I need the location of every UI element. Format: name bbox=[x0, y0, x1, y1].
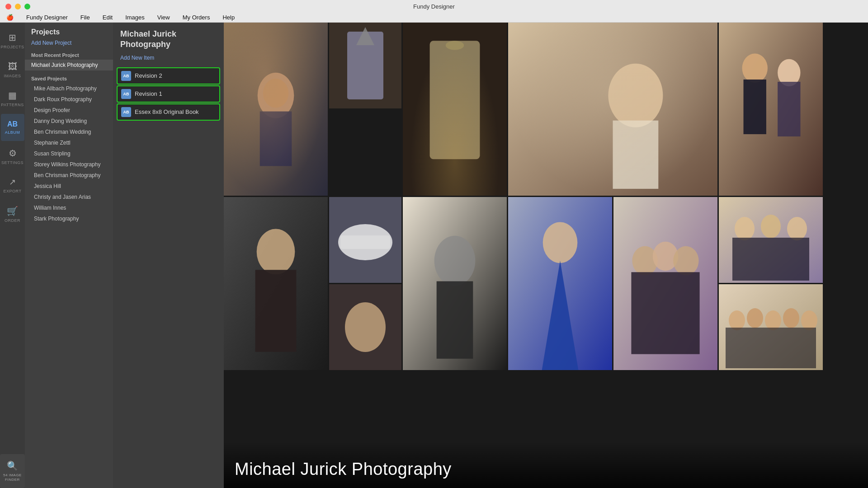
svg-rect-15 bbox=[719, 23, 823, 196]
revision-label-2: Essex 8x8 Original Book bbox=[135, 108, 199, 115]
most-recent-label: Most Recent Project bbox=[25, 51, 113, 60]
revision-item-0[interactable]: AB Revision 2 bbox=[117, 67, 220, 84]
sidebar-item-images[interactable]: 🖼 IMAGES bbox=[1, 56, 24, 83]
sidebar-item-album[interactable]: AB ALBUM bbox=[1, 114, 24, 141]
project-item-11[interactable]: William Innes bbox=[25, 202, 113, 213]
svg-point-22 bbox=[257, 229, 295, 275]
project-item-6[interactable]: Susan Stripling bbox=[25, 148, 113, 159]
sidebar-item-order[interactable]: 🛒 ORDER bbox=[1, 201, 24, 228]
revision-list: AB Revision 2 AB Revision 1 AB Essex 8x8… bbox=[113, 66, 224, 122]
sidebar-item-export[interactable]: ↗ EXPORT bbox=[1, 172, 24, 199]
project-item-8[interactable]: Ben Chrisman Photography bbox=[25, 170, 113, 181]
minimize-button[interactable] bbox=[15, 4, 21, 9]
photo-cell-6[interactable] bbox=[224, 197, 328, 370]
revision-item-2[interactable]: AB Essex 8x8 Original Book bbox=[117, 103, 220, 121]
project-caption-text: Michael Jurick Photography bbox=[235, 460, 857, 479]
project-item-7[interactable]: Storey Wilkins Photography bbox=[25, 159, 113, 170]
detail-panel-title: Michael Jurick Photography bbox=[113, 23, 224, 53]
menu-apple[interactable]: 🍎 bbox=[4, 13, 16, 22]
svg-rect-23 bbox=[255, 270, 297, 352]
svg-point-50 bbox=[801, 310, 817, 330]
sidebar-item-projects[interactable]: ⊞ PROJECTS bbox=[1, 27, 24, 54]
photo-cell-13[interactable] bbox=[719, 284, 823, 370]
project-item-0[interactable]: Mike Allbach Photography bbox=[25, 83, 113, 94]
svg-rect-3 bbox=[260, 112, 292, 166]
photo-cell-3[interactable] bbox=[403, 23, 507, 196]
svg-rect-0 bbox=[224, 23, 328, 196]
project-item-5[interactable]: Stephanie Zettl bbox=[25, 137, 113, 148]
photo-cell-7[interactable] bbox=[329, 197, 401, 283]
svg-point-48 bbox=[765, 310, 781, 330]
svg-point-13 bbox=[608, 64, 663, 127]
add-new-project-button[interactable]: Add New Project bbox=[31, 40, 107, 46]
photo-cell-4[interactable] bbox=[508, 23, 717, 196]
svg-rect-14 bbox=[613, 121, 659, 189]
svg-rect-44 bbox=[732, 238, 809, 281]
images-icon: 🖼 bbox=[8, 61, 17, 72]
svg-point-47 bbox=[747, 308, 763, 328]
projects-icon: ⊞ bbox=[9, 32, 16, 43]
menu-my-orders[interactable]: My Orders bbox=[180, 13, 213, 22]
project-item-3[interactable]: Danny Dong Wedding bbox=[25, 116, 113, 127]
svg-point-46 bbox=[729, 310, 745, 330]
menu-edit[interactable]: Edit bbox=[100, 13, 115, 22]
svg-rect-9 bbox=[430, 41, 480, 159]
menu-images[interactable]: Images bbox=[123, 13, 147, 22]
svg-rect-11 bbox=[508, 23, 717, 196]
revision-icon-0: AB bbox=[121, 71, 131, 81]
project-item-4[interactable]: Ben Chrisman Wedding bbox=[25, 127, 113, 137]
photo-cell-10[interactable] bbox=[508, 197, 612, 370]
add-new-item-button[interactable]: Add New Item bbox=[113, 53, 224, 66]
svg-point-41 bbox=[735, 217, 755, 240]
svg-point-30 bbox=[434, 236, 476, 286]
photo-cell-2[interactable] bbox=[329, 23, 401, 108]
menu-help[interactable]: Help bbox=[220, 13, 237, 22]
main-content-area: Michael Jurick Photography bbox=[224, 23, 868, 488]
export-icon: ↗ bbox=[9, 177, 16, 187]
svg-point-49 bbox=[783, 308, 799, 328]
order-icon: 🛒 bbox=[7, 206, 18, 216]
window-title: Fundy Designer bbox=[413, 3, 455, 10]
svg-point-28 bbox=[345, 302, 386, 352]
menu-view[interactable]: View bbox=[155, 13, 173, 22]
svg-point-4 bbox=[263, 79, 288, 108]
svg-rect-8 bbox=[403, 23, 507, 196]
close-button[interactable] bbox=[5, 4, 11, 9]
detail-panel: Michael Jurick Photography Add New Item … bbox=[113, 23, 224, 488]
revision-icon-2: AB bbox=[121, 107, 131, 117]
sidebar-item-settings[interactable]: ⚙ SETTINGS bbox=[1, 143, 24, 170]
menu-fundy[interactable]: Fundy Designer bbox=[24, 13, 71, 22]
svg-rect-39 bbox=[631, 272, 699, 354]
svg-rect-31 bbox=[437, 281, 473, 358]
most-recent-project-item[interactable]: Michael Jurick Photography bbox=[25, 60, 113, 70]
revision-item-1[interactable]: AB Revision 1 bbox=[117, 85, 220, 103]
maximize-button[interactable] bbox=[24, 4, 30, 9]
album-icon: AB bbox=[7, 120, 18, 128]
svg-rect-17 bbox=[744, 80, 766, 134]
photo-cell-8[interactable] bbox=[329, 284, 401, 370]
icon-sidebar: ⊞ PROJECTS 🖼 IMAGES ▦ PATTERNS AB ALBUM … bbox=[0, 23, 25, 488]
projects-panel: Projects Add New Project Most Recent Pro… bbox=[25, 23, 113, 488]
svg-rect-51 bbox=[726, 328, 816, 368]
photo-cell-9[interactable] bbox=[403, 197, 507, 370]
project-item-2[interactable]: Design Proofer bbox=[25, 105, 113, 116]
app-body: ⊞ PROJECTS 🖼 IMAGES ▦ PATTERNS AB ALBUM … bbox=[0, 23, 868, 488]
photo-cell-11[interactable] bbox=[613, 197, 717, 370]
sidebar-item-patterns[interactable]: ▦ PATTERNS bbox=[1, 85, 24, 112]
project-item-12[interactable]: Stark Photography bbox=[25, 213, 113, 224]
svg-point-33 bbox=[543, 222, 578, 263]
project-item-9[interactable]: Jessica Hill bbox=[25, 181, 113, 192]
project-item-10[interactable]: Christy and Jasen Arias bbox=[25, 192, 113, 202]
svg-rect-1 bbox=[224, 23, 328, 196]
svg-point-2 bbox=[258, 73, 294, 118]
photo-cell-12[interactable] bbox=[719, 197, 823, 283]
project-item-1[interactable]: Dark Roux Photography bbox=[25, 94, 113, 105]
photo-cell-1[interactable] bbox=[224, 23, 328, 196]
menu-file[interactable]: File bbox=[78, 13, 93, 22]
svg-rect-12 bbox=[508, 23, 717, 196]
sidebar-item-image-finder[interactable]: 🔍 54 IMAGEFINDER bbox=[0, 454, 25, 488]
svg-point-43 bbox=[787, 217, 807, 240]
svg-point-10 bbox=[446, 41, 464, 50]
projects-header: Projects bbox=[25, 23, 113, 40]
photo-cell-5[interactable] bbox=[719, 23, 823, 196]
